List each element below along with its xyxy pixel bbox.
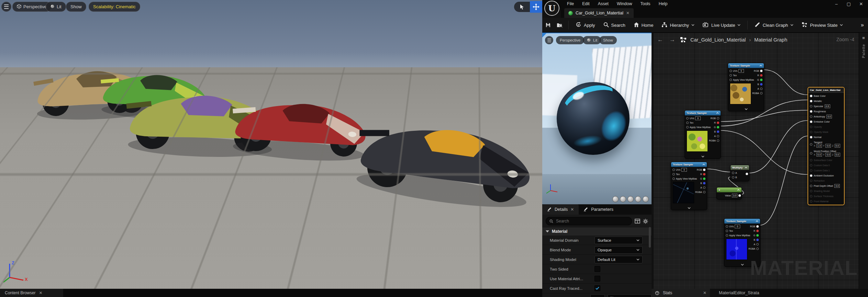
material-result-node[interactable]: Car_Gold_Lion_MatertialBase ColorMetalli… bbox=[808, 87, 845, 205]
pin-opacity[interactable]: Opacity bbox=[808, 124, 844, 129]
content-browser-tab[interactable]: Content Browser ✕ bbox=[0, 289, 63, 297]
preview-shape-plane-button[interactable] bbox=[627, 196, 634, 202]
viewport-menu-button[interactable] bbox=[1, 2, 11, 12]
close-icon[interactable]: ✕ bbox=[626, 11, 630, 15]
breadcrumb-asset[interactable]: Car_Gold_Lion_Matertial bbox=[690, 37, 746, 43]
live-update-button[interactable]: Live Update bbox=[699, 20, 745, 30]
tab-details[interactable]: Details✕ bbox=[542, 204, 579, 215]
pin-pixel-depth-offset[interactable]: Pixel Depth Offset0.0 bbox=[808, 183, 844, 189]
menu-window[interactable]: Window bbox=[613, 1, 635, 6]
back-arrow-icon[interactable]: ← bbox=[656, 36, 665, 43]
output-pin-rgb[interactable]: RGB bbox=[748, 69, 764, 73]
pin-subsurface-color[interactable]: Subsurface Color bbox=[808, 158, 844, 163]
Shading Model-dropdown[interactable]: Default Lit bbox=[594, 256, 643, 263]
details-scrollbar[interactable] bbox=[649, 227, 651, 248]
minimize-button[interactable]: – bbox=[832, 0, 841, 7]
pin-custom-data-1[interactable]: Custom Data 1 bbox=[808, 168, 844, 173]
palette-sidebar[interactable]: ≡ Palette bbox=[859, 33, 868, 289]
output-pin[interactable] bbox=[746, 173, 748, 175]
preview-perspective-dropdown[interactable]: Perspective bbox=[556, 36, 584, 44]
pin-front-material[interactable]: Front Material bbox=[808, 199, 844, 204]
output-pin-r[interactable]: R bbox=[744, 229, 760, 233]
browse-asset-button[interactable] bbox=[554, 20, 566, 30]
texture-sample-mask-node[interactable]: Texture SampleUVs0TexApply View MipBiasR… bbox=[685, 110, 721, 159]
preview-state-button[interactable]: Preview State bbox=[798, 20, 847, 30]
pin-ambient-occlusion[interactable]: Ambient Occlusion bbox=[808, 173, 844, 178]
pin-normal[interactable]: Normal bbox=[808, 135, 844, 140]
pin-surface-thickness[interactable]: Surface Thickness bbox=[808, 194, 844, 199]
pin-specular[interactable]: Specular0.5 bbox=[808, 104, 844, 109]
output-pin-rgb[interactable]: RGB bbox=[691, 168, 707, 172]
pin-tangent[interactable]: TangentX 1.0 Y 0.0 Z 0.0 bbox=[808, 140, 844, 149]
details-search-input[interactable]: Search bbox=[546, 217, 632, 225]
breadcrumb-page[interactable]: Material Graph bbox=[754, 37, 787, 43]
clean-graph-button[interactable]: Clean Graph bbox=[750, 20, 798, 30]
hierarchy-button[interactable]: Hierarchy bbox=[657, 20, 699, 30]
Cast Ray Traced...-checkbox[interactable] bbox=[594, 285, 600, 291]
scalability-button[interactable]: Scalability: Cinematic bbox=[89, 2, 140, 12]
pin-metallic[interactable]: Metallic bbox=[808, 99, 844, 104]
constant-3-node[interactable]: 3Value3.0 bbox=[716, 187, 742, 199]
pin-custom-data-0[interactable]: Custom Data 0 bbox=[808, 163, 844, 168]
pin-opacity-mask[interactable]: Opacity Mask bbox=[808, 129, 844, 135]
asset-thumbnail-box[interactable] bbox=[590, 294, 605, 297]
output-pin-r[interactable]: R bbox=[691, 172, 707, 176]
home-button[interactable]: Home bbox=[630, 20, 658, 30]
texture-sample-emissive-node[interactable]: Texture SampleUVs0TexApply View MipBiasR… bbox=[671, 162, 707, 210]
close-button[interactable]: ✕ bbox=[856, 0, 866, 7]
output-pin[interactable] bbox=[738, 194, 741, 197]
menu-edit[interactable]: Edit bbox=[579, 1, 593, 6]
pin-refraction[interactable]: Refraction bbox=[808, 178, 844, 183]
pin-emissive-color[interactable]: Emissive Color bbox=[808, 119, 844, 124]
Blend Mode-dropdown[interactable]: Opaque bbox=[594, 246, 643, 254]
asset-dropdown[interactable]: None bbox=[608, 294, 652, 297]
multiply-node[interactable]: MultiplyAB bbox=[730, 165, 749, 181]
pin-shading-model[interactable]: Shading Model bbox=[808, 189, 844, 194]
stats-tab[interactable]: Stats ✕ bbox=[652, 289, 710, 297]
texture-sample-gold-node[interactable]: Texture SampleUVs0TexApply View MipBiasR… bbox=[728, 63, 764, 111]
show-dropdown[interactable]: Show bbox=[66, 2, 86, 12]
save-button[interactable] bbox=[542, 20, 554, 30]
Use Material Attri...-checkbox[interactable] bbox=[594, 276, 600, 282]
output-pin-r[interactable]: R bbox=[748, 73, 764, 78]
gear-icon[interactable] bbox=[643, 219, 648, 224]
output-pin-g[interactable]: G bbox=[705, 125, 721, 129]
close-icon[interactable]: ✕ bbox=[570, 207, 574, 212]
pin-roughness[interactable]: Roughness bbox=[808, 109, 844, 114]
pin-anisotropy[interactable]: Anisotropy0.0 bbox=[808, 114, 844, 119]
menu-file[interactable]: File bbox=[564, 1, 577, 6]
display-filter-icon[interactable] bbox=[635, 219, 640, 224]
Material Domain-dropdown[interactable]: Surface bbox=[594, 237, 643, 244]
tab-parameters[interactable]: Parameters bbox=[579, 204, 618, 215]
close-icon[interactable]: ✕ bbox=[703, 291, 706, 295]
pin-world-position-offset[interactable]: World Position OffsetX 0.0 Y 0.0 Z 0.0 bbox=[808, 149, 844, 158]
output-pin-g[interactable]: G bbox=[691, 176, 707, 181]
level-viewport[interactable]: Perspective Lit Show Scalability: Cinema… bbox=[0, 0, 542, 289]
menu-tools[interactable]: Tools bbox=[637, 1, 654, 6]
forward-arrow-icon[interactable]: → bbox=[668, 36, 677, 43]
asset-tab[interactable]: Car_Gold_Lion_Matertial ✕ bbox=[564, 8, 634, 18]
preview-menu-button[interactable] bbox=[545, 36, 553, 44]
search-button[interactable]: Search bbox=[599, 20, 630, 30]
lit-dropdown[interactable]: Lit bbox=[46, 2, 66, 12]
toolbar-overflow-button[interactable]: » bbox=[861, 22, 864, 28]
output-pin-r[interactable]: R bbox=[705, 121, 721, 125]
pin-base-color[interactable]: Base Color bbox=[808, 93, 844, 99]
output-pin-rgb[interactable]: RGB bbox=[705, 116, 721, 121]
node-header[interactable]: Texture Sample bbox=[724, 219, 760, 224]
node-header[interactable]: Texture Sample bbox=[685, 111, 721, 115]
material-section-header[interactable]: Material bbox=[542, 227, 652, 236]
preview-shape-teapot-button[interactable] bbox=[643, 196, 649, 202]
maximize-button[interactable]: ▢ bbox=[844, 0, 854, 7]
apply-button[interactable]: Apply bbox=[571, 20, 599, 30]
output-pin-g[interactable]: G bbox=[744, 233, 760, 238]
node-header[interactable]: Texture Sample bbox=[728, 63, 764, 68]
input-pin-b[interactable]: B bbox=[731, 175, 749, 180]
select-tool-button[interactable] bbox=[514, 2, 530, 12]
node-header[interactable]: Texture Sample bbox=[671, 162, 707, 167]
preview-shape-sphere-button[interactable] bbox=[620, 196, 626, 202]
output-pin-rgb[interactable]: RGB bbox=[744, 224, 760, 229]
menu-asset[interactable]: Asset bbox=[594, 1, 612, 6]
preview-show-dropdown[interactable]: Show bbox=[599, 36, 617, 44]
move-tool-button[interactable] bbox=[530, 1, 542, 13]
